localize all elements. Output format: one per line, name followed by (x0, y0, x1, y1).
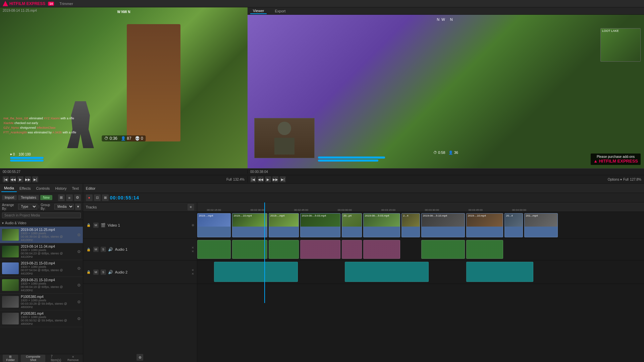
audio1-clip-6[interactable] (363, 240, 400, 259)
audio1-track-solo-btn[interactable]: S (101, 247, 106, 252)
arrange-by-select[interactable]: Type Name Date (18, 204, 37, 209)
face-cam-body (274, 138, 294, 155)
audio1-clip-9[interactable] (466, 240, 503, 259)
viewer-shield-bar (318, 160, 378, 162)
tab-controls[interactable]: Controls (33, 185, 52, 192)
media-item-1[interactable]: 2019-08-14 11-25.mp4 644 × 362 pixels … (0, 227, 83, 243)
video-clip-7[interactable]: 2...4 (401, 213, 420, 237)
composite-button[interactable]: Composite Shot (21, 355, 45, 362)
tab-history[interactable]: History (52, 185, 69, 192)
audio1-clip-8-wave (422, 240, 465, 258)
viewer-skip-start-btn[interactable]: |◀ (250, 176, 256, 182)
media-gear-3[interactable]: ⚙ (77, 266, 81, 271)
video-track-mute-btn[interactable]: M (93, 223, 99, 228)
audio2-clip-3[interactable] (466, 262, 533, 282)
viewer-skip-end-btn[interactable]: ▶| (280, 176, 286, 182)
media-gear-6[interactable]: ⚙ (77, 316, 81, 321)
audio1-clip-8[interactable] (421, 240, 465, 259)
video-clip-11[interactable]: 201...mp4 (524, 213, 558, 237)
viewer-next-frame-btn[interactable]: ▶▶ (272, 176, 278, 182)
audio2-track-solo-btn[interactable]: S (101, 269, 106, 275)
media-item-2[interactable]: 2019-08-14 11-34.mp4 644 × 362 pixels … (0, 243, 83, 260)
bottom-section: Media Effects Controls History Text Impo… (0, 184, 644, 362)
templates-button[interactable]: Templates (18, 195, 39, 200)
video-clip-8[interactable]: 2019-08-...5-10.mp4 (421, 213, 465, 237)
video-clip-5[interactable]: 20...p4 (342, 213, 362, 237)
tab-export[interactable]: Export (272, 8, 288, 14)
group-by-select[interactable]: Media None (54, 204, 74, 209)
video-clip-2[interactable]: 2019-...10.mp4 (232, 213, 267, 237)
tab-effects[interactable]: Effects (17, 185, 33, 192)
audio1-track-mute-btn[interactable]: M (93, 247, 99, 252)
folder-toggle-icon[interactable]: ▾ (2, 221, 4, 225)
health-fill (10, 157, 44, 159)
audio1-clip-4[interactable] (300, 240, 340, 259)
audio1-clip-1[interactable] (197, 240, 231, 259)
audio2-clip-2[interactable] (345, 262, 429, 282)
new-button[interactable]: New (40, 195, 52, 200)
add-track-btn[interactable]: ≡ (187, 204, 194, 210)
trimmer-skip-end-btn[interactable]: ▶| (32, 176, 38, 182)
search-input[interactable] (2, 213, 81, 218)
media-item-6[interactable]: P1005381.mp4 644 × 362 pixels 00:05:50… (0, 310, 83, 327)
media-gear-5[interactable]: ⚙ (77, 300, 81, 304)
media-item-3[interactable]: 2019-08-21 15-03.mp4 644 × 362 pixels … (0, 260, 83, 277)
trimmer-prev-frame-btn[interactable]: ◀◀ (10, 176, 16, 182)
audio1-clip-3[interactable] (269, 240, 299, 259)
ed-snap-btn[interactable]: ⊡ (94, 194, 101, 201)
trimmer-next-frame-btn[interactable]: ▶▶ (25, 176, 31, 182)
video-clip-10[interactable]: 20...4 (504, 213, 523, 237)
track-bottom-btn[interactable]: ⚙ (137, 354, 143, 361)
audio1-clip-6-wave (364, 240, 400, 258)
audio1-track-icons: ✕ ✕ (192, 246, 194, 253)
ed-magnet-btn[interactable]: ⊠ (102, 194, 109, 201)
editor-title: Editor (86, 186, 96, 190)
filter-btn[interactable]: ▾ (75, 203, 81, 210)
ed-record-btn[interactable]: ● (86, 194, 93, 201)
tab-media[interactable]: Media (1, 185, 17, 192)
audio2-clip-1-wave (214, 262, 298, 282)
audio2-track-lock-btn[interactable]: 🔒 (86, 269, 91, 275)
video-clip-8-name: 2019-08-...5-10.mp4 (423, 214, 447, 217)
media-item-5[interactable]: P1005380.mp4 644 × 362 pixels 00:03:33… (0, 294, 83, 310)
media-toolbar: Import Templates New ⊞ ≡ ⚙ (0, 193, 83, 202)
media-list: 2019-08-14 11-25.mp4 644 × 362 pixels … (0, 227, 83, 354)
app-name: HITFILM EXPRESS (9, 1, 45, 6)
media-meta1-2: 644 × 362 pixels (21, 248, 75, 252)
grid-view-btn[interactable]: ⊞ (58, 194, 65, 201)
video-clip-1[interactable]: 2019-...mp4 (197, 213, 231, 237)
folder-button[interactable]: ⊞ Folder (3, 355, 18, 362)
top-section: 2019-08-14 11-25.mp4 W NW N mat_the_boss… (0, 7, 644, 168)
viewer-minimap: LOOT LAKE (600, 28, 641, 62)
trimmer-skip-start-btn[interactable]: |◀ (3, 176, 9, 182)
remove-button[interactable]: ⨯ Remove (66, 355, 80, 362)
viewer-health (318, 157, 385, 162)
video-clip-4[interactable]: 2019-08-...5-03.mp4 (300, 213, 340, 237)
viewer-prev-frame-btn[interactable]: ◀◀ (258, 176, 264, 182)
audio1-track-lock-btn[interactable]: 🔒 (86, 247, 91, 252)
media-settings-btn[interactable]: ⚙ (74, 194, 81, 201)
media-item-4[interactable]: 2019-08-21 15-10.mp4 644 × 362 pixels … (0, 277, 83, 294)
audio1-clip-2[interactable] (232, 240, 267, 259)
tab-viewer[interactable]: Viewer (250, 8, 267, 14)
list-view-btn[interactable]: ≡ (66, 194, 73, 201)
viewer-play-btn[interactable]: ▶ (265, 176, 271, 182)
audio2-clip-1[interactable] (214, 262, 298, 282)
video-clip-9[interactable]: 2019-...10.mp4 (466, 213, 503, 237)
video-track-lock-btn[interactable]: 🔒 (86, 223, 91, 228)
video-clip-6[interactable]: 2019-08-...5-03.mp4 (363, 213, 400, 237)
media-name-6: P1005381.mp4 (21, 312, 75, 315)
audio2-track-mute-btn[interactable]: M (93, 269, 99, 275)
video-clip-3[interactable]: 2019-...mp4 (269, 213, 299, 237)
hud-center: ⏱ 0:36 👤 87 💀 0 (102, 135, 146, 141)
audio1-clip-5[interactable] (342, 240, 362, 259)
editor-panel: Editor Export ◀ ● ⊡ ⊠ 00:00:55:14 ↕ ✂ ⊲ … (83, 184, 644, 362)
viewer-transport: |◀ ◀◀ ▶ ▶▶ ▶| Options ▾ Full 127.8% (248, 176, 644, 182)
viewer-options-label: Options ▾ (608, 178, 622, 181)
media-gear-2[interactable]: ⚙ (77, 249, 81, 254)
trimmer-play-btn[interactable]: ▶ (17, 176, 23, 182)
media-gear-1[interactable]: ⚙ (77, 233, 81, 237)
media-gear-4[interactable]: ⚙ (77, 283, 81, 288)
tab-text[interactable]: Text (69, 185, 82, 192)
import-button[interactable]: Import (2, 195, 17, 200)
